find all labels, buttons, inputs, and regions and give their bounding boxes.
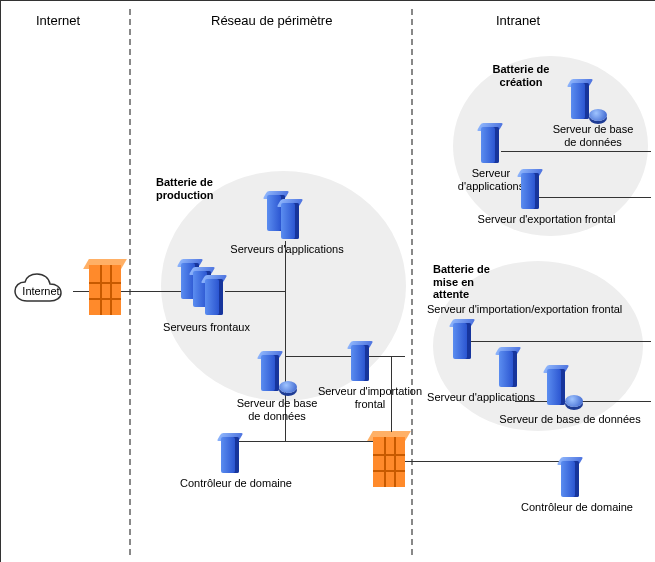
link-front-right	[225, 291, 285, 292]
staging-app-label: Serveur d'applications	[421, 391, 541, 404]
db-server-label: Serveur de base de données	[229, 397, 325, 422]
domain-ctrl-right-label: Contrôleur de domaine	[507, 501, 647, 514]
domain-ctrl-left-label: Contrôleur de domaine	[171, 477, 301, 490]
app-servers-label: Serveurs d'applications	[227, 243, 347, 256]
server-icon	[221, 433, 239, 473]
server-icon	[205, 275, 223, 315]
server-icon	[351, 341, 369, 381]
disk-icon	[565, 395, 583, 407]
staging-db-label: Serveur de base de données	[495, 413, 645, 426]
link-to-import	[285, 356, 405, 357]
link-creation-bus1	[501, 151, 651, 152]
server-icon	[281, 199, 299, 239]
cluster-production-title: Batterie de production	[156, 176, 246, 201]
server-icon	[571, 79, 589, 119]
server-icon	[499, 347, 517, 387]
link-to-dc-left	[237, 441, 373, 442]
firewall-intranet-icon	[373, 431, 405, 487]
link-fw-front	[121, 291, 181, 292]
link-staging-bus1	[471, 341, 651, 342]
link-creation-bus2	[539, 197, 651, 198]
firewall-perimeter-icon	[89, 259, 121, 315]
staging-impexp-label: Serveur d'importation/exportation fronta…	[427, 303, 647, 316]
server-icon	[453, 319, 471, 359]
internet-cloud-label: Internet	[17, 285, 65, 298]
diagram-canvas: Internet Réseau de périmètre Intranet Ba…	[0, 0, 655, 562]
server-icon	[521, 169, 539, 209]
server-icon	[261, 351, 279, 391]
server-icon	[547, 365, 565, 405]
export-front-label: Serveur d'exportation frontal	[469, 213, 624, 226]
divider-internet-perimeter	[129, 9, 131, 555]
zone-intranet-label: Intranet	[496, 13, 540, 28]
creation-db-label: Serveur de base de données	[545, 123, 641, 148]
zone-internet-label: Internet	[36, 13, 80, 28]
divider-perimeter-intranet	[411, 9, 413, 555]
server-icon	[561, 457, 579, 497]
cluster-creation-title: Batterie de création	[481, 63, 561, 88]
link-cloud-fw	[73, 291, 89, 292]
zone-perimeter-label: Réseau de périmètre	[211, 13, 332, 28]
import-front-label: Serveur d'importation frontal	[315, 385, 425, 410]
disk-icon	[279, 381, 297, 393]
front-servers-label: Serveurs frontaux	[159, 321, 254, 334]
server-icon	[481, 123, 499, 163]
link-fw-intranet-bus	[405, 461, 575, 462]
cluster-staging-title: Batterie de mise en attente	[433, 263, 513, 301]
disk-icon	[589, 109, 607, 121]
